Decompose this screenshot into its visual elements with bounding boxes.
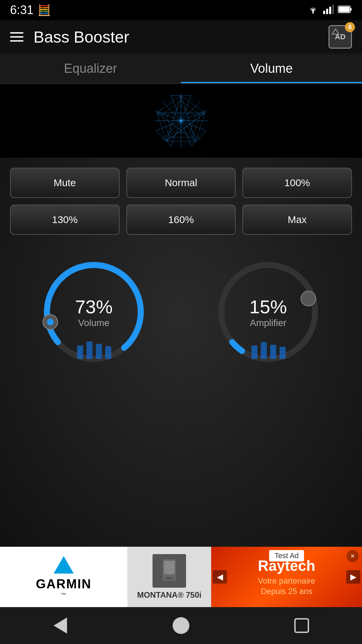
app-title: Bass Booster <box>34 28 328 46</box>
160pct-button[interactable]: 160% <box>126 205 236 235</box>
ad-next-button[interactable]: ▶ <box>346 570 360 584</box>
status-time: 6:31 <box>10 3 34 17</box>
status-bar: 6:31 🧮 <box>0 0 362 20</box>
ad-product: MONTANA® 750i <box>137 590 201 600</box>
calculator-icon: 🧮 <box>38 4 51 16</box>
svg-line-23 <box>190 133 196 141</box>
svg-rect-61 <box>280 347 286 359</box>
nav-home-button[interactable] <box>169 614 193 637</box>
amplifier-value: 15% <box>249 296 287 318</box>
tab-equalizer[interactable]: Equalizer <box>0 54 181 83</box>
visualizer-svg <box>144 87 218 154</box>
ad-left-section: GARMIN ™ <box>0 547 127 607</box>
normal-button[interactable]: Normal <box>126 168 236 198</box>
garmin-logo: GARMIN ™ <box>36 556 92 598</box>
app-bar: Bass Booster AD 8 <box>0 20 362 54</box>
svg-rect-59 <box>261 342 267 359</box>
svg-point-0 <box>312 12 314 14</box>
amplifier-knob[interactable]: 15% Amplifier <box>211 255 325 369</box>
volume-buttons-grid: Mute Normal 100% 130% 160% Max <box>0 158 362 241</box>
volume-value: 73% <box>75 296 113 318</box>
volume-knob[interactable]: 73% Volume <box>37 255 151 369</box>
ad-count: 8 <box>345 22 355 32</box>
svg-rect-4 <box>332 5 334 14</box>
svg-rect-3 <box>329 7 331 14</box>
signal-icon <box>323 5 334 15</box>
svg-rect-52 <box>96 344 102 359</box>
svg-rect-51 <box>86 341 93 359</box>
svg-point-57 <box>305 295 312 302</box>
knobs-section: 73% Volume 15% Amplifier <box>0 241 362 376</box>
ad-test-badge: Test Ad <box>269 550 304 561</box>
battery-icon <box>338 5 352 15</box>
svg-rect-64 <box>166 577 173 580</box>
volume-knob-center: 73% Volume <box>75 296 113 328</box>
ad-banner: GARMIN ™ MONTANA® 750i Test Ad Raytech V… <box>0 547 362 607</box>
svg-point-49 <box>47 319 54 325</box>
tab-volume[interactable]: Volume <box>181 54 362 83</box>
ad-middle-section: MONTANA® 750i <box>127 547 211 607</box>
ad-badge[interactable]: AD 8 <box>328 25 352 49</box>
svg-rect-1 <box>323 11 325 14</box>
ad-right-section: Test Ad Raytech Votre partenaireDepuis 2… <box>211 547 362 607</box>
svg-rect-50 <box>77 345 83 359</box>
nav-back-button[interactable] <box>49 614 72 637</box>
amplifier-knob-center: 15% Amplifier <box>249 296 287 328</box>
menu-button[interactable] <box>10 32 23 42</box>
ad-prev-button[interactable]: ◀ <box>213 570 227 584</box>
svg-rect-6 <box>350 8 352 11</box>
wifi-icon <box>307 5 319 15</box>
ad-close-button[interactable]: × <box>347 550 359 562</box>
svg-rect-58 <box>251 345 257 359</box>
svg-rect-2 <box>326 9 328 14</box>
tab-bar: Equalizer Volume <box>0 54 362 84</box>
svg-line-36 <box>196 131 206 141</box>
amplifier-label: Amplifier <box>250 318 287 328</box>
volume-label: Volume <box>78 318 109 328</box>
max-button[interactable]: Max <box>242 205 352 235</box>
nav-bar <box>0 607 362 644</box>
130pct-button[interactable]: 130% <box>10 205 120 235</box>
visualizer <box>0 84 362 158</box>
svg-rect-60 <box>270 345 276 359</box>
svg-rect-7 <box>339 7 350 12</box>
svg-rect-53 <box>105 346 111 359</box>
100pct-button[interactable]: 100% <box>242 168 352 198</box>
nav-recents-button[interactable] <box>290 614 313 637</box>
svg-point-44 <box>180 119 182 122</box>
svg-line-38 <box>156 131 166 141</box>
svg-rect-63 <box>164 561 175 574</box>
mute-button[interactable]: Mute <box>10 168 120 198</box>
svg-line-24 <box>166 133 172 141</box>
